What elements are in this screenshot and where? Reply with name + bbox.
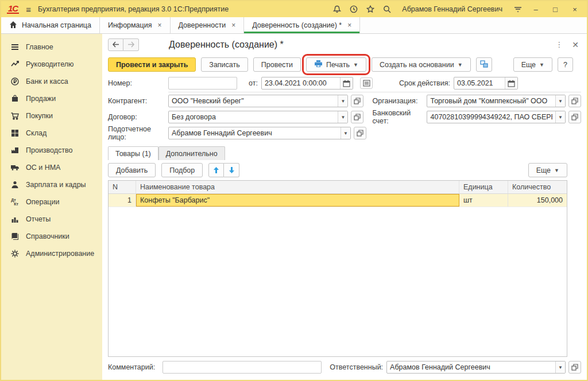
open-organization-button[interactable]	[568, 95, 581, 107]
search-icon[interactable]	[382, 5, 392, 14]
move-down-button[interactable]	[224, 163, 239, 177]
sidebar-item-fixed-assets[interactable]: ОС и НМА	[1, 159, 102, 176]
sidebar-item-purchases[interactable]: Покупки	[1, 107, 102, 125]
dropdown-icon-button[interactable]: ▼	[555, 361, 565, 373]
calendar-icon-button[interactable]	[340, 77, 353, 89]
accountable-person-input[interactable]	[169, 127, 341, 139]
cell-unit[interactable]: шт	[459, 194, 508, 207]
open-bank-account-button[interactable]	[568, 111, 581, 123]
items-more-button[interactable]: Еще▼	[528, 163, 567, 177]
row-accountable-person: Подотчетное лицо: ▼	[108, 125, 581, 141]
close-tab-icon[interactable]: ×	[158, 21, 162, 29]
pick-button[interactable]: Подбор	[161, 163, 203, 177]
save-button[interactable]: Записать	[201, 57, 247, 72]
sidebar-item-salary-hr[interactable]: Зарплата и кадры	[1, 176, 102, 193]
back-button[interactable]	[108, 38, 123, 51]
tab-information[interactable]: Информация ×	[100, 17, 171, 33]
close-form-icon[interactable]: ✕	[572, 40, 579, 49]
contract-input[interactable]	[169, 111, 338, 123]
sidebar-item-sales[interactable]: Продажи	[1, 90, 102, 107]
kebab-menu-icon[interactable]: ⋮	[555, 41, 563, 48]
ruble-circle-icon	[10, 77, 20, 87]
close-window-button[interactable]: ×	[568, 5, 581, 14]
accountable-person-field: ▼	[168, 127, 351, 139]
main-menu-icon[interactable]: ≡	[26, 5, 31, 14]
counterparty-input[interactable]	[169, 95, 338, 107]
close-tab-icon[interactable]: ×	[347, 21, 351, 29]
tab-powers-of-attorney[interactable]: Доверенности ×	[171, 17, 245, 33]
counterparty-label: Контрагент:	[108, 97, 168, 105]
sidebar-item-reports[interactable]: Отчеты	[1, 211, 102, 228]
sidebar-item-warehouse[interactable]: Склад	[1, 125, 102, 142]
sidebar-item-operations[interactable]: ДтКт Операции	[1, 193, 102, 211]
create-based-on-button[interactable]: Создать на основании▼	[372, 57, 471, 72]
maximize-button[interactable]: □	[549, 5, 562, 14]
table-row: 1 Конфеты "Барбарис" шт 150,000	[109, 194, 567, 207]
open-counterparty-button[interactable]	[351, 95, 363, 107]
history-icon[interactable]	[349, 5, 358, 14]
cell-row-number[interactable]: 1	[109, 194, 136, 207]
tab-power-of-attorney-create[interactable]: Доверенность (создание) * ×	[244, 17, 360, 33]
help-button[interactable]: ?	[558, 57, 573, 72]
factory-icon	[10, 146, 20, 155]
sidebar-item-label: Производство	[26, 146, 73, 154]
sidebar-item-administration[interactable]: Администрирование	[1, 245, 102, 262]
sidebar-item-bank-cash[interactable]: Банк и касса	[1, 73, 102, 90]
favorites-star-icon[interactable]	[365, 5, 375, 14]
column-header-name[interactable]: Наименование товара	[136, 181, 459, 193]
sidebar-item-manager[interactable]: Руководителю	[1, 56, 102, 73]
notifications-bell-icon[interactable]	[332, 5, 342, 14]
bank-account-input[interactable]	[427, 111, 555, 123]
main-area: Главное Руководителю Банк и касса Продаж…	[1, 34, 587, 380]
post-and-close-button[interactable]: Провести и закрыть	[108, 57, 196, 72]
page-tab-bar: Начальная страница Информация × Доверенн…	[1, 17, 587, 34]
responsible-label: Ответственный:	[330, 363, 383, 371]
dropdown-icon-button[interactable]: ▼	[341, 127, 350, 139]
dropdown-icon-button[interactable]: ▼	[338, 95, 347, 107]
add-row-button[interactable]: Добавить	[108, 163, 156, 177]
dropdown-icon-button[interactable]: ▼	[555, 95, 565, 107]
move-up-button[interactable]	[208, 163, 224, 177]
open-accountable-person-button[interactable]	[354, 127, 366, 139]
1c-logo-icon: 1С	[7, 5, 19, 14]
valid-until-input[interactable]	[454, 77, 505, 89]
column-header-qty[interactable]: Количество	[508, 181, 567, 193]
close-tab-icon[interactable]: ×	[231, 21, 235, 29]
table-empty-area[interactable]	[109, 207, 567, 356]
sidebar-item-production[interactable]: Производство	[1, 142, 102, 159]
chevron-down-icon: ▼	[554, 168, 559, 173]
open-list-icon-button[interactable]	[360, 77, 373, 89]
current-user[interactable]: Абрамов Геннадий Сергеевич	[402, 5, 502, 13]
number-input[interactable]	[168, 77, 237, 90]
organization-input[interactable]	[427, 95, 555, 107]
related-documents-button[interactable]	[476, 57, 492, 72]
column-header-n[interactable]: N	[109, 181, 136, 193]
related-documents-icon	[479, 60, 489, 70]
tab-home[interactable]: Начальная страница	[1, 17, 100, 33]
settings-menu-icon[interactable]	[513, 5, 523, 14]
column-header-unit[interactable]: Единица	[459, 181, 508, 193]
dropdown-icon-button[interactable]: ▼	[338, 111, 347, 123]
calendar-icon-button[interactable]	[505, 77, 517, 89]
open-contract-button[interactable]	[351, 111, 363, 123]
tab-additional[interactable]: Дополнительно	[158, 146, 225, 160]
sidebar-item-main[interactable]: Главное	[1, 38, 102, 56]
comment-label: Комментарий:	[108, 363, 163, 371]
dropdown-icon-button[interactable]: ▼	[555, 111, 565, 123]
forward-button[interactable]	[123, 38, 139, 51]
responsible-input[interactable]	[387, 361, 555, 373]
more-button[interactable]: Еще▼	[513, 57, 552, 72]
app-title: Бухгалтерия предприятия, редакция 3.0 1С…	[38, 5, 229, 13]
cell-quantity[interactable]: 150,000	[508, 194, 567, 207]
post-button[interactable]: Провести	[253, 57, 301, 72]
minimize-button[interactable]: –	[529, 5, 542, 14]
valid-until-label: Срок действия:	[399, 79, 454, 87]
organization-label: Организация:	[372, 97, 427, 105]
sidebar-item-references[interactable]: Справочники	[1, 228, 102, 245]
comment-input[interactable]	[163, 361, 322, 374]
date-input[interactable]	[262, 77, 340, 89]
open-responsible-button[interactable]	[568, 361, 581, 374]
tab-goods[interactable]: Товары (1)	[108, 146, 158, 160]
print-button[interactable]: Печать ▼	[306, 57, 366, 72]
cell-item-name-selected[interactable]: Конфеты "Барбарис"	[136, 194, 459, 207]
